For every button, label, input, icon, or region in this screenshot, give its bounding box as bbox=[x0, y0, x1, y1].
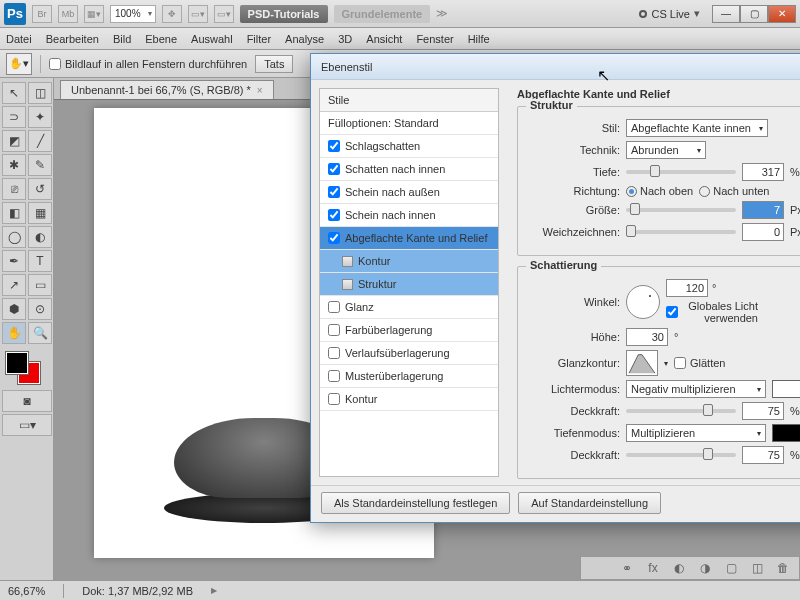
hoehe-input[interactable] bbox=[626, 328, 668, 346]
history-tool-icon[interactable]: ↺ bbox=[28, 178, 52, 200]
marquee-tool-icon[interactable]: ◫ bbox=[28, 82, 52, 104]
menu-3d[interactable]: 3D bbox=[338, 33, 352, 45]
style-bevel-emboss[interactable]: Abgeflachte Kante und Relief bbox=[320, 227, 498, 250]
adjust-icon[interactable]: ◑ bbox=[697, 561, 713, 575]
style-gradient-overlay[interactable]: Verlaufsüberlagerung bbox=[320, 342, 498, 365]
style-texture[interactable]: Struktur bbox=[320, 273, 498, 296]
groesse-slider[interactable] bbox=[626, 208, 736, 212]
zoom-select[interactable]: 100% bbox=[110, 5, 156, 23]
tiefenmodus-select[interactable]: Multiplizieren bbox=[626, 424, 766, 442]
3d-tool-icon[interactable]: ⬢ bbox=[2, 298, 26, 320]
new-layer-icon[interactable]: ◫ bbox=[749, 561, 765, 575]
eyedropper-tool-icon[interactable]: ╱ bbox=[28, 130, 52, 152]
minimize-button[interactable]: — bbox=[712, 5, 740, 23]
style-drop-shadow[interactable]: Schlagschatten bbox=[320, 135, 498, 158]
eraser-tool-icon[interactable]: ◧ bbox=[2, 202, 26, 224]
lichtmodus-select[interactable]: Negativ multiplizieren bbox=[626, 380, 766, 398]
maximize-button[interactable]: ▢ bbox=[740, 5, 768, 23]
dialog-titlebar[interactable]: Ebenenstil bbox=[311, 54, 800, 80]
hand-icon[interactable]: ✥ bbox=[162, 5, 182, 23]
hand-tool-icon[interactable]: ✋▾ bbox=[6, 53, 32, 75]
screenmode-icon[interactable]: ▭▾ bbox=[2, 414, 52, 436]
wand-tool-icon[interactable]: ✦ bbox=[28, 106, 52, 128]
menu-filter[interactable]: Filter bbox=[247, 33, 271, 45]
move-tool-icon[interactable]: ↖ bbox=[2, 82, 26, 104]
psd-tutorials-button[interactable]: PSD-Tutorials bbox=[240, 5, 328, 23]
shape-tool-icon[interactable]: ▭ bbox=[28, 274, 52, 296]
fx-icon[interactable]: fx bbox=[645, 561, 661, 575]
more-arrows-icon[interactable]: ≫ bbox=[436, 7, 448, 20]
style-inner-glow[interactable]: Schein nach innen bbox=[320, 204, 498, 227]
menu-fenster[interactable]: Fenster bbox=[416, 33, 453, 45]
style-contour[interactable]: Kontur bbox=[320, 250, 498, 273]
deck1-input[interactable] bbox=[742, 402, 784, 420]
scroll-all-checkbox[interactable]: Bildlauf in allen Fenstern durchführen bbox=[49, 58, 247, 70]
deck1-slider[interactable] bbox=[626, 409, 736, 413]
camera-tool-icon[interactable]: ⊙ bbox=[28, 298, 52, 320]
heal-tool-icon[interactable]: ✱ bbox=[2, 154, 26, 176]
brush-tool-icon[interactable]: ✎ bbox=[28, 154, 52, 176]
reset-default-button[interactable]: Auf Standardeinstellung bbox=[518, 492, 661, 514]
view-icon[interactable]: ▦▾ bbox=[84, 5, 104, 23]
mask-icon[interactable]: ◐ bbox=[671, 561, 687, 575]
highlight-color[interactable] bbox=[772, 380, 800, 398]
shadow-color[interactable] bbox=[772, 424, 800, 442]
minibridge-icon[interactable]: Mb bbox=[58, 5, 78, 23]
screen-icon[interactable]: ▭▾ bbox=[214, 5, 234, 23]
docs-icon[interactable]: ▭▾ bbox=[188, 5, 208, 23]
crop-tool-icon[interactable]: ◩ bbox=[2, 130, 26, 152]
richtung-down-radio[interactable]: Nach unten bbox=[699, 185, 769, 197]
close-button[interactable]: ✕ bbox=[768, 5, 796, 23]
document-tab[interactable]: Unbenannt-1 bei 66,7% (S, RGB/8) *× bbox=[60, 80, 274, 99]
angle-dial[interactable] bbox=[626, 285, 660, 319]
technik-select[interactable]: Abrunden bbox=[626, 141, 706, 159]
hand-tool-icon[interactable]: ✋ bbox=[2, 322, 26, 344]
menu-ebene[interactable]: Ebene bbox=[145, 33, 177, 45]
color-swatches[interactable] bbox=[2, 350, 52, 388]
trash-icon[interactable]: 🗑 bbox=[775, 561, 791, 575]
style-satin[interactable]: Glanz bbox=[320, 296, 498, 319]
menu-bild[interactable]: Bild bbox=[113, 33, 131, 45]
link-icon[interactable]: ⚭ bbox=[619, 561, 635, 575]
style-outer-glow[interactable]: Schein nach außen bbox=[320, 181, 498, 204]
menu-analyse[interactable]: Analyse bbox=[285, 33, 324, 45]
stamp-tool-icon[interactable]: ⎚ bbox=[2, 178, 26, 200]
type-tool-icon[interactable]: T bbox=[28, 250, 52, 272]
zoom-tool-icon[interactable]: 🔍 bbox=[28, 322, 52, 344]
style-color-overlay[interactable]: Farbüberlagerung bbox=[320, 319, 498, 342]
quickmask-icon[interactable]: ◙ bbox=[2, 390, 52, 412]
weich-input[interactable] bbox=[742, 223, 784, 241]
style-blend-options[interactable]: Fülloptionen: Standard bbox=[320, 112, 498, 135]
glaetten-checkbox[interactable]: Glätten bbox=[674, 357, 766, 369]
menu-hilfe[interactable]: Hilfe bbox=[468, 33, 490, 45]
tiefe-input[interactable] bbox=[742, 163, 784, 181]
tiefe-slider[interactable] bbox=[626, 170, 736, 174]
set-default-button[interactable]: Als Standardeinstellung festlegen bbox=[321, 492, 510, 514]
richtung-up-radio[interactable]: Nach oben bbox=[626, 185, 693, 197]
style-stroke[interactable]: Kontur bbox=[320, 388, 498, 411]
styles-header[interactable]: Stile bbox=[320, 89, 498, 112]
dodge-tool-icon[interactable]: ◐ bbox=[28, 226, 52, 248]
deck2-slider[interactable] bbox=[626, 453, 736, 457]
style-pattern-overlay[interactable]: Musterüberlagerung bbox=[320, 365, 498, 388]
close-tab-icon[interactable]: × bbox=[257, 85, 263, 96]
status-zoom[interactable]: 66,67% bbox=[8, 585, 45, 597]
weich-slider[interactable] bbox=[626, 230, 736, 234]
stil-select[interactable]: Abgeflachte Kante innen bbox=[626, 119, 768, 137]
folder-icon[interactable]: ▢ bbox=[723, 561, 739, 575]
grundelemente-button[interactable]: Grundelemente bbox=[334, 5, 431, 23]
lasso-tool-icon[interactable]: ⊃ bbox=[2, 106, 26, 128]
menu-ansicht[interactable]: Ansicht bbox=[366, 33, 402, 45]
winkel-input[interactable] bbox=[666, 279, 708, 297]
bridge-icon[interactable]: Br bbox=[32, 5, 52, 23]
menu-bearbeiten[interactable]: Bearbeiten bbox=[46, 33, 99, 45]
groesse-input[interactable] bbox=[742, 201, 784, 219]
menu-auswahl[interactable]: Auswahl bbox=[191, 33, 233, 45]
path-tool-icon[interactable]: ↗ bbox=[2, 274, 26, 296]
global-light-checkbox[interactable]: Globales Licht verwenden bbox=[666, 300, 758, 324]
cs-live[interactable]: CS Live ▾ bbox=[639, 7, 700, 20]
blur-tool-icon[interactable]: ◯ bbox=[2, 226, 26, 248]
pen-tool-icon[interactable]: ✒ bbox=[2, 250, 26, 272]
deck2-input[interactable] bbox=[742, 446, 784, 464]
contour-picker[interactable] bbox=[626, 350, 658, 376]
